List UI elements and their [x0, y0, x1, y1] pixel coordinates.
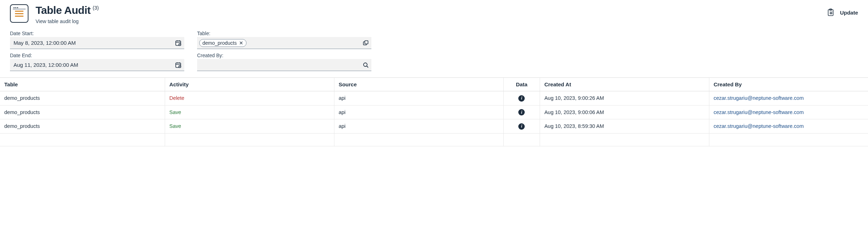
date-start-field: Date Start: — [10, 31, 184, 49]
info-icon[interactable]: i — [518, 95, 525, 102]
multi-select-icon[interactable] — [363, 40, 369, 46]
cell-created-by: cezar.strugariu@neptune-software.com — [709, 105, 868, 119]
date-end-input-wrap[interactable] — [10, 59, 184, 71]
cell-source: api — [334, 119, 503, 134]
page-subtitle: View table audit log — [36, 18, 99, 24]
cell-data: i — [503, 105, 540, 119]
cell-source: api — [334, 91, 503, 106]
table-token[interactable]: demo_products ✕ — [199, 39, 247, 47]
col-header-created-by[interactable]: Created By — [709, 78, 868, 91]
date-end-input[interactable] — [14, 59, 171, 71]
cell-data: i — [503, 119, 540, 134]
cell-created-at: Aug 10, 2023, 9:00:06 AM — [540, 105, 709, 119]
date-start-input[interactable] — [14, 37, 171, 49]
info-icon[interactable]: i — [518, 109, 525, 115]
filters-col-table-user: Table: demo_products ✕ Created By: — [197, 31, 371, 71]
clipboard-table-icon[interactable] — [827, 9, 834, 16]
audit-table: Table Activity Source Data Created At Cr… — [0, 78, 868, 146]
date-start-input-wrap[interactable] — [10, 37, 184, 49]
filters-panel: Date Start: Date End: — [0, 31, 868, 77]
title-block: Table Audit (3) View table audit log — [36, 4, 99, 24]
table-row[interactable]: demo_productsDeleteapiiAug 10, 2023, 9:0… — [0, 91, 868, 106]
cell-created-at: Aug 10, 2023, 8:59:30 AM — [540, 119, 709, 134]
page-title: Table Audit — [36, 4, 91, 16]
update-button[interactable]: Update — [840, 10, 858, 16]
col-header-table[interactable]: Table — [0, 78, 165, 91]
table-audit-icon — [10, 4, 28, 23]
created-by-input-wrap[interactable] — [197, 59, 371, 71]
cell-activity: Delete — [165, 91, 334, 106]
col-header-activity[interactable]: Activity — [165, 78, 334, 91]
cell-activity: Save — [165, 119, 334, 134]
cell-table: demo_products — [0, 119, 165, 134]
calendar-icon[interactable] — [175, 62, 181, 68]
table-row[interactable]: demo_productsSaveapiiAug 10, 2023, 9:00:… — [0, 105, 868, 119]
table-row[interactable]: demo_productsSaveapiiAug 10, 2023, 8:59:… — [0, 119, 868, 134]
cell-source: api — [334, 105, 503, 119]
table-label: Table: — [197, 31, 371, 36]
filters-col-dates: Date Start: Date End: — [10, 31, 184, 71]
created-by-field: Created By: — [197, 53, 371, 71]
info-icon[interactable]: i — [518, 123, 525, 130]
date-end-label: Date End: — [10, 53, 184, 58]
cell-table: demo_products — [0, 91, 165, 106]
table-input-wrap[interactable]: demo_products ✕ — [197, 37, 371, 49]
cell-data: i — [503, 91, 540, 106]
calendar-icon[interactable] — [175, 40, 181, 46]
date-end-field: Date End: — [10, 53, 184, 71]
date-start-label: Date Start: — [10, 31, 184, 36]
audit-tbody: demo_productsDeleteapiiAug 10, 2023, 9:0… — [0, 91, 868, 146]
page-header: Table Audit (3) View table audit log Upd… — [0, 0, 868, 31]
audit-table-wrap: Table Activity Source Data Created At Cr… — [0, 77, 868, 146]
header-left: Table Audit (3) View table audit log — [10, 4, 827, 24]
svg-point-8 — [364, 63, 367, 66]
table-field: Table: demo_products ✕ — [197, 31, 371, 49]
cell-table: demo_products — [0, 105, 165, 119]
table-header-row: Table Activity Source Data Created At Cr… — [0, 78, 868, 91]
cell-created-by: cezar.strugariu@neptune-software.com — [709, 119, 868, 134]
header-right: Update — [827, 4, 858, 16]
cell-activity: Save — [165, 105, 334, 119]
col-header-source[interactable]: Source — [334, 78, 503, 91]
col-header-created-at[interactable]: Created At — [540, 78, 709, 91]
cell-created-by: cezar.strugariu@neptune-software.com — [709, 91, 868, 106]
cell-created-at: Aug 10, 2023, 9:00:26 AM — [540, 91, 709, 106]
close-icon[interactable]: ✕ — [239, 40, 243, 46]
created-by-input[interactable] — [201, 59, 359, 71]
page-title-count: (3) — [93, 5, 99, 11]
col-header-data[interactable]: Data — [503, 78, 540, 91]
table-token-label: demo_products — [202, 40, 237, 46]
search-icon[interactable] — [363, 62, 369, 68]
svg-rect-7 — [365, 40, 368, 44]
table-row-empty — [0, 133, 868, 146]
created-by-label: Created By: — [197, 53, 371, 58]
